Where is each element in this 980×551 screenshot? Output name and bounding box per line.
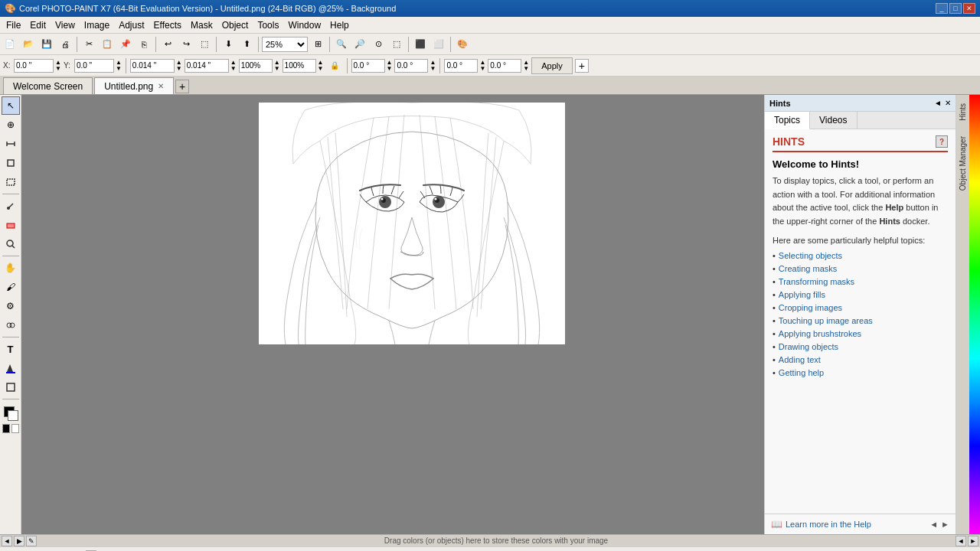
w-input[interactable] [130, 59, 175, 73]
y-input[interactable] [74, 59, 114, 73]
rot-input[interactable] [351, 59, 385, 73]
copy-button[interactable]: 📋 [99, 36, 116, 53]
angle1-input[interactable] [444, 59, 478, 73]
tool-pan[interactable]: ✋ [2, 259, 20, 277]
view-full[interactable]: ⬛ [412, 36, 429, 53]
menu-mask[interactable]: Mask [186, 18, 217, 32]
x-down[interactable]: ▼ [55, 66, 61, 72]
learn-more-link[interactable]: 📖 Learn more in the Help [771, 519, 871, 530]
hints-help-icon[interactable]: ? [936, 135, 948, 148]
zoom-fit2[interactable]: ⬚ [388, 36, 405, 53]
menu-help[interactable]: Help [325, 18, 354, 32]
scroll-right-btn[interactable]: ◄ [956, 536, 966, 546]
tool-crop[interactable] [2, 154, 20, 172]
menu-adjust[interactable]: Adjust [114, 18, 149, 32]
tool-eyedropper[interactable] [2, 197, 20, 215]
angle2-input[interactable] [488, 59, 521, 73]
script-btn[interactable]: ✎ [26, 536, 37, 546]
import-button[interactable]: ⬇ [220, 36, 237, 53]
menu-file[interactable]: File [2, 18, 25, 32]
color-manage[interactable]: 🎨 [454, 36, 471, 53]
h-input[interactable] [185, 59, 229, 73]
hints-nav-next[interactable]: ► [941, 520, 949, 529]
tab-welcome-screen[interactable]: Welcome Screen [3, 77, 93, 94]
pct2-down[interactable]: ▼ [318, 66, 324, 72]
topic-cropping-images[interactable]: • Cropping images [773, 303, 948, 312]
pct1-down[interactable]: ▼ [274, 66, 280, 72]
tool-shape[interactable] [2, 378, 20, 396]
white-swatch[interactable] [11, 424, 19, 433]
menu-window[interactable]: Window [283, 18, 325, 32]
w-down[interactable]: ▼ [176, 66, 182, 72]
topic-applying-fills[interactable]: • Applying fills [773, 290, 948, 299]
redo-button[interactable]: ↪ [178, 36, 194, 53]
zoom-in[interactable]: 🔍 [333, 36, 350, 53]
pct2-input[interactable] [283, 59, 316, 73]
open-button[interactable]: 📂 [20, 36, 37, 53]
tool-straighten[interactable] [2, 135, 20, 153]
hints-close-icon[interactable]: ✕ [945, 99, 951, 107]
topic-adding-text[interactable]: • Adding text [773, 355, 948, 364]
h-down[interactable]: ▼ [230, 66, 237, 72]
close-button[interactable]: ✕ [963, 3, 975, 14]
zoom-actual[interactable]: ⊙ [370, 36, 387, 53]
export-button[interactable]: ⬆ [238, 36, 255, 53]
side-tab-object-manager[interactable]: Object Manager [956, 131, 969, 196]
view-split[interactable]: ⬜ [430, 36, 447, 53]
skew-input[interactable] [394, 59, 428, 73]
a2-down[interactable]: ▼ [523, 66, 529, 72]
tool-fill[interactable] [2, 359, 20, 377]
hints-tab-videos[interactable]: Videos [810, 112, 857, 129]
hints-expand-icon[interactable]: ◄ [934, 99, 942, 107]
pct1-input[interactable] [239, 59, 273, 73]
topic-transforming-masks[interactable]: • Transforming masks [773, 277, 948, 286]
color-swatch-area[interactable] [2, 405, 19, 422]
tool-text[interactable]: T [2, 340, 20, 358]
hints-nav-prev[interactable]: ◄ [929, 520, 938, 529]
skew-down[interactable]: ▼ [430, 66, 436, 72]
paste-button[interactable]: 📌 [117, 36, 134, 53]
new-button[interactable]: 📄 [2, 36, 18, 53]
add-preset-button[interactable]: + [575, 59, 589, 73]
zoom-fit[interactable]: ⊞ [309, 36, 326, 53]
maximize-button[interactable]: □ [949, 3, 962, 14]
topic-touching-up[interactable]: • Touching up image areas [773, 316, 948, 325]
topic-creating-masks[interactable]: • Creating masks [773, 264, 948, 273]
topic-selecting-objects[interactable]: • Selecting objects [773, 251, 948, 260]
tool-clone[interactable] [2, 316, 20, 334]
color-strip[interactable] [969, 95, 980, 534]
minimize-button[interactable]: _ [936, 3, 948, 14]
tool-transform[interactable]: ⊕ [2, 116, 20, 134]
zoom-select[interactable]: 25% 50% 100% [262, 37, 308, 52]
menu-object[interactable]: Object [217, 18, 253, 32]
tool-zoom[interactable] [2, 235, 20, 253]
black-swatch[interactable] [2, 424, 10, 433]
scroll-right-btn2[interactable]: ► [968, 536, 978, 546]
cut-button[interactable]: ✂ [80, 36, 97, 53]
background-color[interactable] [8, 410, 18, 421]
topic-getting-help[interactable]: • Getting help [773, 368, 948, 377]
menu-view[interactable]: View [51, 18, 80, 32]
tool-effect[interactable]: ⚙ [2, 297, 20, 315]
undo-list[interactable]: ⬚ [196, 36, 213, 53]
y-down[interactable]: ▼ [116, 66, 122, 72]
topic-drawing-objects[interactable]: • Drawing objects [773, 342, 948, 351]
a1-down[interactable]: ▼ [479, 66, 485, 72]
tool-select[interactable]: ↖ [2, 96, 20, 115]
hints-tab-topics[interactable]: Topics [765, 112, 810, 129]
undo-button[interactable]: ↩ [159, 36, 176, 53]
zoom-out[interactable]: 🔎 [351, 36, 368, 53]
record-btn[interactable]: ▶ [14, 536, 24, 546]
tool-erase[interactable] [2, 216, 20, 234]
menu-effects[interactable]: Effects [149, 18, 186, 32]
side-tab-hints[interactable]: Hints [956, 98, 969, 126]
title-bar-controls[interactable]: _ □ ✕ [936, 3, 975, 14]
tool-paint[interactable]: 🖌 [2, 278, 20, 296]
menu-image[interactable]: Image [80, 18, 114, 32]
menu-tools[interactable]: Tools [253, 18, 283, 32]
topic-applying-brushstrokes[interactable]: • Applying brushstrokes [773, 329, 948, 338]
lock-ratio[interactable]: 🔒 [326, 57, 343, 74]
tab-add-button[interactable]: + [175, 80, 189, 93]
save-button[interactable]: 💾 [38, 36, 55, 53]
tab-close-icon[interactable]: ✕ [158, 82, 164, 90]
